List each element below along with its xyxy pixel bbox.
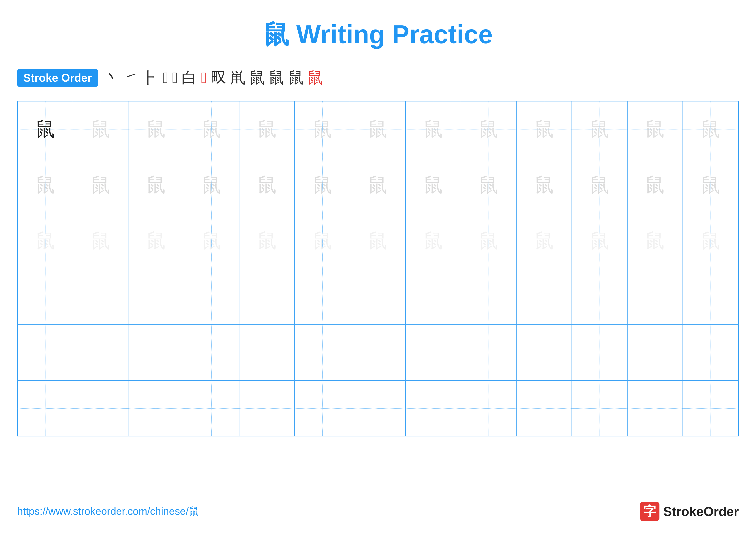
grid-cell-2-10[interactable]: 鼠 [517,157,572,213]
grid-cell-6-6[interactable]: 鼠 [295,381,350,436]
grid-cell-1-4[interactable]: 鼠 [184,101,239,157]
grid-cell-3-2[interactable]: 鼠 [73,213,128,268]
grid-cell-6-12[interactable]: 鼠 [628,381,683,436]
grid-cell-2-11[interactable]: 鼠 [572,157,627,213]
grid-row-5: 鼠 鼠 鼠 鼠 鼠 鼠 鼠 鼠 鼠 鼠 鼠 鼠 鼠 [18,325,738,381]
grid-cell-2-2[interactable]: 鼠 [73,157,128,213]
char-faded: 鼠 [36,175,55,195]
grid-cell-5-2[interactable]: 鼠 [73,325,128,380]
grid-cell-2-13[interactable]: 鼠 [683,157,738,213]
footer-url[interactable]: https://www.strokeorder.com/chinese/鼠 [17,504,199,518]
grid-cell-5-9[interactable]: 鼠 [461,325,517,380]
footer: https://www.strokeorder.com/chinese/鼠 字 … [17,502,739,521]
grid-cell-5-12[interactable]: 鼠 [628,325,683,380]
grid-cell-4-3[interactable]: 鼠 [128,269,184,324]
grid-cell-2-9[interactable]: 鼠 [461,157,517,213]
grid-cell-5-13[interactable]: 鼠 [683,325,738,380]
char-faded: 鼠 [701,119,720,139]
grid-cell-3-7[interactable]: 鼠 [350,213,406,268]
grid-cell-6-2[interactable]: 鼠 [73,381,128,436]
grid-cell-5-4[interactable]: 鼠 [184,325,239,380]
grid-cell-4-1[interactable]: 鼠 [18,269,73,324]
grid-cell-6-5[interactable]: 鼠 [239,381,295,436]
char-faded: 鼠 [313,231,332,250]
grid-cell-1-7[interactable]: 鼠 [350,101,406,157]
char-faded: 鼠 [257,175,277,195]
grid-cell-4-13[interactable]: 鼠 [683,269,738,324]
grid-cell-6-7[interactable]: 鼠 [350,381,406,436]
stroke-step-12: 鼠 [288,67,304,88]
grid-row-3: 鼠 鼠 鼠 鼠 鼠 鼠 鼠 鼠 鼠 鼠 鼠 鼠 鼠 [18,213,738,269]
grid-cell-4-4[interactable]: 鼠 [184,269,239,324]
char-faded: 鼠 [91,231,110,250]
grid-cell-6-1[interactable]: 鼠 [18,381,73,436]
grid-cell-2-4[interactable]: 鼠 [184,157,239,213]
grid-cell-4-12[interactable]: 鼠 [628,269,683,324]
grid-cell-3-10[interactable]: 鼠 [517,213,572,268]
char-faded: 鼠 [257,231,277,250]
grid-cell-5-8[interactable]: 鼠 [406,325,461,380]
grid-cell-3-4[interactable]: 鼠 [184,213,239,268]
grid-cell-6-10[interactable]: 鼠 [517,381,572,436]
grid-cell-5-1[interactable]: 鼠 [18,325,73,380]
grid-cell-1-9[interactable]: 鼠 [461,101,517,157]
grid-cell-6-3[interactable]: 鼠 [128,381,184,436]
grid-cell-4-7[interactable]: 鼠 [350,269,406,324]
grid-cell-3-13[interactable]: 鼠 [683,213,738,268]
grid-cell-1-5[interactable]: 鼠 [239,101,295,157]
grid-cell-1-3[interactable]: 鼠 [128,101,184,157]
stroke-step-10: 鼠 [249,67,265,88]
grid-cell-3-5[interactable]: 鼠 [239,213,295,268]
logo-text: StrokeOrder [663,504,739,519]
grid-cell-1-8[interactable]: 鼠 [406,101,461,157]
grid-cell-4-11[interactable]: 鼠 [572,269,627,324]
grid-cell-3-1[interactable]: 鼠 [18,213,73,268]
grid-cell-1-1[interactable]: 鼠 [18,101,73,157]
grid-cell-2-5[interactable]: 鼠 [239,157,295,213]
grid-cell-4-8[interactable]: 鼠 [406,269,461,324]
grid-cell-4-2[interactable]: 鼠 [73,269,128,324]
grid-cell-4-5[interactable]: 鼠 [239,269,295,324]
grid-cell-2-1[interactable]: 鼠 [18,157,73,213]
stroke-step-9: 鼡 [230,67,245,88]
char-faded: 鼠 [645,175,664,195]
grid-cell-3-12[interactable]: 鼠 [628,213,683,268]
grid-cell-2-6[interactable]: 鼠 [295,157,350,213]
stroke-step-8: 𤰖 [210,69,226,87]
grid-cell-5-7[interactable]: 鼠 [350,325,406,380]
grid-cell-2-8[interactable]: 鼠 [406,157,461,213]
grid-cell-1-13[interactable]: 鼠 [683,101,738,157]
grid-cell-3-6[interactable]: 鼠 [295,213,350,268]
grid-cell-6-8[interactable]: 鼠 [406,381,461,436]
grid-cell-5-10[interactable]: 鼠 [517,325,572,380]
char-faded: 鼠 [479,175,498,195]
grid-cell-1-6[interactable]: 鼠 [295,101,350,157]
grid-cell-5-3[interactable]: 鼠 [128,325,184,380]
grid-cell-2-12[interactable]: 鼠 [628,157,683,213]
char-faded: 鼠 [91,175,110,195]
grid-cell-3-11[interactable]: 鼠 [572,213,627,268]
grid-cell-6-11[interactable]: 鼠 [572,381,627,436]
grid-cell-5-11[interactable]: 鼠 [572,325,627,380]
grid-cell-4-10[interactable]: 鼠 [517,269,572,324]
grid-cell-2-7[interactable]: 鼠 [350,157,406,213]
grid-cell-3-9[interactable]: 鼠 [461,213,517,268]
grid-cell-2-3[interactable]: 鼠 [128,157,184,213]
grid-cell-1-12[interactable]: 鼠 [628,101,683,157]
grid-cell-5-6[interactable]: 鼠 [295,325,350,380]
grid-cell-6-9[interactable]: 鼠 [461,381,517,436]
grid-cell-3-3[interactable]: 鼠 [128,213,184,268]
char-faded: 鼠 [202,231,221,250]
char-faded: 鼠 [146,231,166,250]
grid-cell-1-11[interactable]: 鼠 [572,101,627,157]
grid-cell-4-9[interactable]: 鼠 [461,269,517,324]
grid-cell-6-13[interactable]: 鼠 [683,381,738,436]
grid-cell-3-8[interactable]: 鼠 [406,213,461,268]
char-faded: 鼠 [590,175,609,195]
grid-cell-5-5[interactable]: 鼠 [239,325,295,380]
char-faded: 鼠 [479,231,498,250]
grid-cell-4-6[interactable]: 鼠 [295,269,350,324]
grid-cell-1-10[interactable]: 鼠 [517,101,572,157]
grid-cell-1-2[interactable]: 鼠 [73,101,128,157]
grid-cell-6-4[interactable]: 鼠 [184,381,239,436]
